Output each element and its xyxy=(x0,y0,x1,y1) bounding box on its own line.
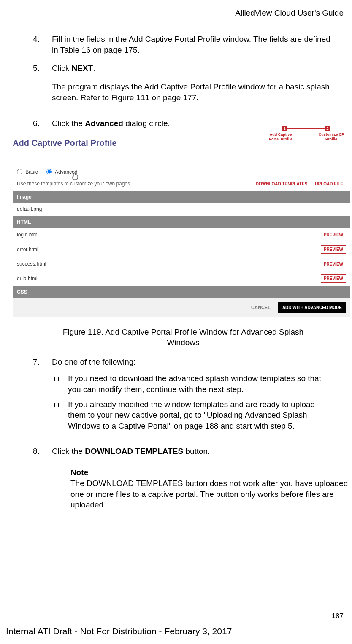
figure-caption: Figure 119. Add Captive Portal Profile W… xyxy=(50,327,317,348)
table-row: default.png xyxy=(13,203,350,216)
step-8: 8. Click the DOWNLOAD TEMPLATES button. … xyxy=(33,446,333,514)
table-row: error.html PREVIEW xyxy=(13,242,350,257)
file-name: success.html xyxy=(17,260,46,267)
step-text: Click NEXT. xyxy=(52,63,333,74)
list-item-text: If you need to download the advanced spl… xyxy=(68,373,333,394)
step-number: 8. xyxy=(33,446,52,514)
step-text: Do one of the following: xyxy=(52,357,333,368)
note-block: Note The DOWNLOAD TEMPLATES button does … xyxy=(70,464,352,514)
radio-basic[interactable] xyxy=(17,169,22,174)
file-name: error.html xyxy=(17,246,38,253)
preview-button[interactable]: PREVIEW xyxy=(321,260,346,268)
file-name: eula.html xyxy=(17,275,38,282)
download-templates-button[interactable]: DOWNLOAD TEMPLATES xyxy=(253,180,311,189)
note-body: The DOWNLOAD TEMPLATES button does not w… xyxy=(70,478,352,510)
file-name: default.png xyxy=(17,206,42,212)
step-7: 7. Do one of the following: If you need … xyxy=(33,357,333,438)
preview-button[interactable]: PREVIEW xyxy=(321,245,346,254)
step-text-continuation: The program displays the Add Captive Por… xyxy=(52,81,333,103)
step-6: 6. Click the Advanced dialog circle. xyxy=(33,118,333,129)
cancel-button[interactable]: CANCEL xyxy=(251,304,271,311)
upload-file-button[interactable]: UPLOAD FILE xyxy=(312,180,346,189)
radio-advanced[interactable] xyxy=(46,169,52,174)
step-number: 5. xyxy=(33,63,52,110)
radio-basic-label: Basic xyxy=(25,169,38,175)
header-guide-title: AlliedView Cloud User's Guide xyxy=(235,8,344,19)
table-row: eula.html PREVIEW xyxy=(13,271,350,286)
file-name: login.html xyxy=(17,231,38,238)
section-header-image: Image xyxy=(13,191,350,203)
section-header-html: HTML xyxy=(13,216,350,228)
section-header-css: CSS xyxy=(13,286,350,298)
list-item: If you already modified the window templ… xyxy=(52,399,333,432)
step-text: Click the Advanced dialog circle. xyxy=(52,118,333,129)
table-row: success.html PREVIEW xyxy=(13,257,350,272)
cursor-icon xyxy=(72,172,79,182)
dialog-footer: CANCEL ADD WITH ADVANCED MODE xyxy=(13,298,350,317)
bullet-icon xyxy=(52,373,68,394)
stepper-label-1: Add Captive Portal Profile xyxy=(266,132,295,142)
note-heading: Note xyxy=(70,467,352,478)
footer-draft-notice: Internal ATI Draft - Not For Distributio… xyxy=(6,625,232,637)
step-5: 5. Click NEXT. The program displays the … xyxy=(33,63,333,110)
table-row: login.html PREVIEW xyxy=(13,228,350,243)
page-number: 187 xyxy=(332,612,344,621)
radio-row: Basic Advanced xyxy=(13,166,350,178)
step-number: 7. xyxy=(33,357,52,438)
add-advanced-mode-button[interactable]: ADD WITH ADVANCED MODE xyxy=(278,302,346,313)
list-item-text: If you already modified the window templ… xyxy=(68,399,333,432)
preview-button[interactable]: PREVIEW xyxy=(321,274,346,283)
bullet-icon xyxy=(52,399,68,432)
step-4: 4. Fill in the fields in the Add Captive… xyxy=(33,34,333,55)
step-number: 4. xyxy=(33,34,52,55)
preview-button[interactable]: PREVIEW xyxy=(321,231,346,239)
page-content: 4. Fill in the fields in the Add Captive… xyxy=(0,0,342,514)
embedded-screenshot: 1 2 Add Captive Portal Profile Customize… xyxy=(13,137,350,317)
step-number: 6. xyxy=(33,118,52,129)
step-text: Fill in the fields in the Add Captive Po… xyxy=(52,34,333,55)
list-item: If you need to download the advanced spl… xyxy=(52,373,333,394)
step-text: Click the DOWNLOAD TEMPLATES button. xyxy=(52,446,352,457)
stepper-label-2: Customize CP Profile xyxy=(317,132,346,142)
